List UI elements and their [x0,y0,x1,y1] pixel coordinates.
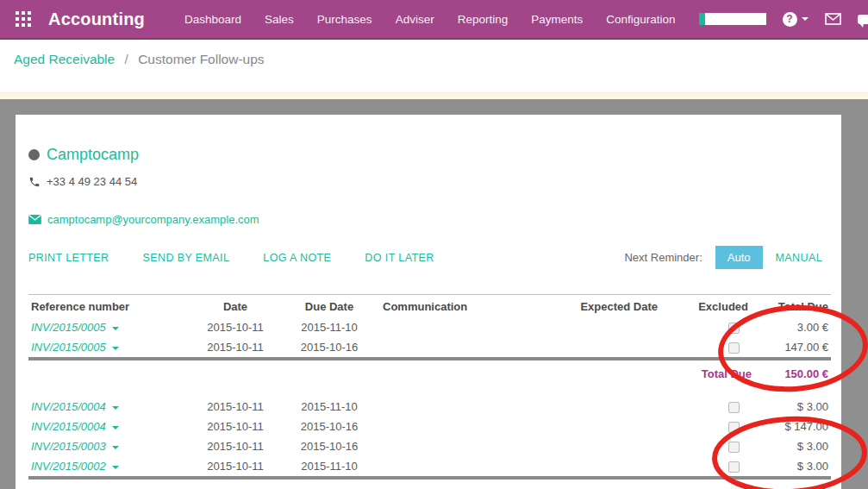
invoice-reference-link[interactable]: INV/2015/0003 [31,440,106,453]
communication-cell [380,317,540,337]
col-header-total-due: Total Due [755,295,831,318]
caret-down-icon[interactable] [112,446,119,449]
col-header-date: Date [192,295,278,318]
group-total-row: Total Due 150.00 € [28,360,831,386]
breadcrumb-link-aged-receivable[interactable]: Aged Receivable [14,52,115,66]
excluded-checkbox[interactable] [728,422,740,433]
planner-progress-fill [699,13,705,25]
excluded-checkbox[interactable] [728,402,740,413]
invoice-reference-link[interactable]: INV/2015/0005 [31,321,106,334]
excluded-checkbox[interactable] [728,461,740,473]
caret-down-icon[interactable] [112,426,119,429]
table-row: INV/2015/0004 2015-10-11 2015-10-16 $ 14… [28,417,831,436]
main-nav: Dashboard Sales Purchases Adviser Report… [184,13,699,26]
caret-down-icon[interactable] [112,466,119,469]
due-date-cell: 2015-11-10 [278,317,380,337]
expected-date-cell[interactable] [540,417,660,436]
excluded-checkbox[interactable] [728,342,740,354]
customer-header: Camptocamp [28,146,831,164]
help-icon: ? [783,12,797,27]
date-cell: 2015-10-11 [192,337,278,358]
envelope-icon [28,215,41,224]
date-cell: 2015-10-11 [192,456,278,477]
table-row: INV/2015/0005 2015-10-11 2015-10-16 147.… [28,337,831,358]
phone-icon [28,176,41,188]
col-header-reference: Reference number [28,295,192,318]
total-due-cell: $ 3.00 [755,397,831,417]
date-cell: 2015-10-11 [192,397,278,417]
expected-date-cell[interactable] [540,317,660,337]
nav-item-purchases[interactable]: Purchases [317,13,372,26]
nav-item-adviser[interactable]: Adviser [396,13,434,26]
help-menu[interactable]: ? [783,12,809,27]
total-due-cell: $ 147.00 [755,417,831,436]
mail-icon[interactable] [825,13,841,25]
group-spacer [28,386,831,397]
due-date-cell: 2015-10-16 [278,417,380,436]
customer-name[interactable]: Camptocamp [47,146,139,164]
excluded-checkbox[interactable] [728,442,740,453]
nav-item-dashboard[interactable]: Dashboard [184,13,241,26]
total-due-label: Total Due [28,479,755,489]
invoice-reference-link[interactable]: INV/2015/0004 [31,420,106,433]
breadcrumb-separator: / [125,52,128,66]
customer-bullet-icon [28,149,40,160]
excluded-checkbox[interactable] [728,323,740,334]
due-date-cell: 2015-10-16 [278,436,380,456]
nav-item-sales[interactable]: Sales [265,13,294,26]
print-letter-button[interactable]: PRINT LETTER [28,252,109,264]
total-due-cell: $ 3.00 [755,456,831,477]
customer-email[interactable]: camptocamp@yourcompany.example.com [47,213,259,226]
customer-email-row: camptocamp@yourcompany.example.com [28,213,831,226]
communication-cell [380,456,540,477]
messages-menu[interactable]: 21 [858,13,868,26]
table-row: INV/2015/0004 2015-10-11 2015-11-10 $ 3.… [28,397,831,417]
notification-strip [0,92,868,99]
table-row: INV/2015/0002 2015-10-11 2015-11-10 $ 3.… [28,456,831,477]
due-date-cell: 2015-11-10 [278,397,380,417]
chevron-down-icon [802,17,809,21]
col-header-communication: Communication [380,295,540,318]
total-due-value: $ 156.00 [755,479,831,489]
nav-item-reporting[interactable]: Reporting [458,13,509,26]
caret-down-icon[interactable] [112,327,119,330]
breadcrumb: Aged Receivable / Customer Follow-ups [0,40,868,92]
table-header-row: Reference number Date Due Date Communica… [28,295,831,318]
expected-date-cell[interactable] [540,456,660,477]
next-reminder-group: Next Reminder: Auto MANUAL [624,246,831,269]
page-background: Camptocamp +33 4 49 23 44 54 camptocamp@… [0,99,868,489]
communication-cell [380,417,540,436]
followup-invoices-table: Reference number Date Due Date Communica… [28,294,831,489]
communication-cell [380,436,540,456]
planner-progress-bar[interactable] [699,13,766,25]
manual-reminder-button[interactable]: MANUAL [776,252,823,264]
chat-bubble-icon [858,15,868,24]
nav-item-payments[interactable]: Payments [531,13,583,26]
invoice-reference-link[interactable]: INV/2015/0005 [31,341,106,354]
expected-date-cell[interactable] [540,337,660,358]
date-cell: 2015-10-11 [192,317,278,337]
top-right-controls: ? 21 [699,12,868,27]
col-header-excluded: Excluded [660,295,755,318]
nav-item-configuration[interactable]: Configuration [606,13,675,26]
expected-date-cell[interactable] [540,436,660,456]
customer-phone: +33 4 49 23 44 54 [47,175,137,188]
customer-phone-row: +33 4 49 23 44 54 [28,175,831,188]
col-header-expected-date: Expected Date [540,295,660,318]
expected-date-cell[interactable] [540,397,660,417]
total-due-cell: 147.00 € [755,337,831,358]
due-date-cell: 2015-10-16 [278,337,380,358]
do-it-later-button[interactable]: DO IT LATER [365,252,434,264]
table-row: INV/2015/0003 2015-10-11 2015-10-16 $ 3.… [28,436,831,456]
caret-down-icon[interactable] [112,347,119,350]
breadcrumb-current: Customer Follow-ups [138,52,264,66]
send-by-email-button[interactable]: SEND BY EMAIL [142,252,229,264]
invoice-reference-link[interactable]: INV/2015/0002 [31,460,106,473]
caret-down-icon[interactable] [112,406,119,410]
auto-reminder-button[interactable]: Auto [715,246,763,269]
log-a-note-button[interactable]: LOG A NOTE [263,252,331,264]
apps-grid-icon[interactable] [16,11,31,28]
invoice-reference-link[interactable]: INV/2015/0004 [31,400,106,413]
total-due-cell: 3.00 € [755,317,831,337]
actions-row: PRINT LETTER SEND BY EMAIL LOG A NOTE DO… [28,246,831,269]
